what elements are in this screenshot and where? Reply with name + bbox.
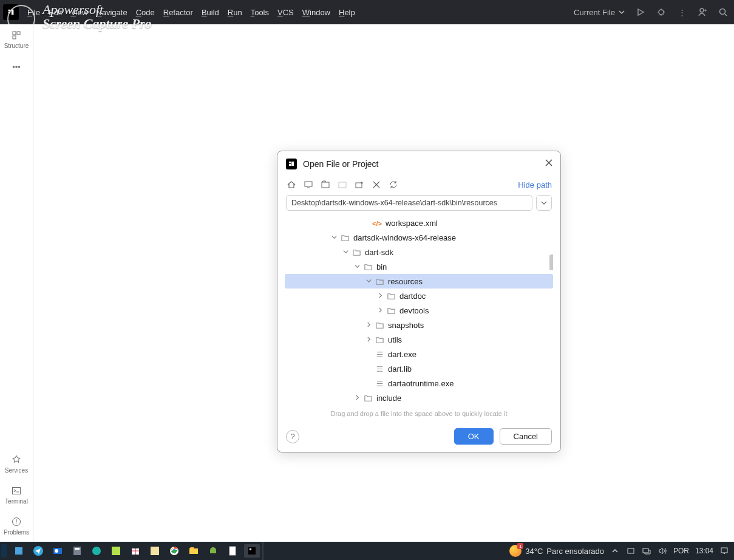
menu-vcs[interactable]: VCS: [277, 8, 294, 17]
terminal-tool[interactable]: Terminal: [5, 480, 28, 511]
debug-icon[interactable]: [656, 7, 666, 17]
menu-file[interactable]: File: [27, 8, 40, 17]
weather-widget[interactable]: 1 34°C Parc ensolarado: [509, 545, 604, 557]
folder-icon: [341, 233, 350, 242]
taskbar-telegram[interactable]: [30, 544, 46, 558]
help-icon[interactable]: ?: [286, 430, 299, 443]
folder-icon: [375, 335, 384, 344]
svg-rect-10: [289, 162, 291, 163]
file-icon: [375, 364, 384, 374]
start-button[interactable]: [1, 544, 7, 558]
delete-icon[interactable]: [371, 179, 382, 190]
search-icon[interactable]: [718, 7, 728, 17]
tray-clock[interactable]: 13:04: [695, 547, 713, 555]
close-icon[interactable]: [545, 159, 553, 169]
menu-run[interactable]: Run: [228, 8, 242, 17]
menu-refactor[interactable]: Refactor: [163, 8, 193, 17]
taskbar-apps: [0, 544, 260, 558]
menu-navigate[interactable]: Navigate: [96, 8, 127, 17]
tray-notifications-icon[interactable]: [719, 546, 729, 556]
menu-help[interactable]: Help: [339, 8, 355, 17]
svg-rect-11: [289, 164, 291, 166]
tree-row-dart-sdk[interactable]: dart-sdk: [285, 245, 553, 259]
services-tool[interactable]: Services: [5, 449, 28, 480]
tree-row-dartdoc[interactable]: dartdoc: [285, 289, 553, 303]
account-icon[interactable]: [698, 7, 707, 17]
taskbar-intellij[interactable]: [244, 544, 260, 558]
menu-edit[interactable]: Edit: [49, 8, 62, 17]
tray-volume-icon[interactable]: [658, 546, 667, 556]
tree-row-dartaotruntime-exe[interactable]: dartaotruntime.exe: [285, 376, 553, 391]
cancel-button[interactable]: Cancel: [500, 428, 552, 445]
tray-network-icon[interactable]: [642, 546, 651, 556]
tree-row-dart-lib[interactable]: dart.lib: [285, 361, 553, 376]
structure-label: Structure: [4, 43, 29, 49]
chevron-down-icon[interactable]: [354, 264, 360, 270]
svg-rect-13: [305, 182, 312, 186]
folder-icon: [375, 321, 384, 330]
chevron-right-icon[interactable]: [365, 336, 372, 343]
taskbar-app-1[interactable]: [11, 544, 27, 558]
tree-row-dart-exe[interactable]: dart.exe: [285, 347, 553, 361]
path-input[interactable]: Desktop\dartsdk-windows-x64-release\dart…: [286, 195, 532, 211]
tree-label: utils: [388, 335, 402, 344]
file-tree[interactable]: </>workspace.xmldartsdk-windows-x64-rele…: [285, 216, 553, 408]
structure-tool[interactable]: Structure: [4, 24, 29, 55]
terminal-label: Terminal: [5, 498, 28, 505]
tree-row-workspace-xml[interactable]: </>workspace.xml: [285, 216, 553, 230]
tree-row-devtools[interactable]: devtools: [285, 303, 553, 318]
hide-path-link[interactable]: Hide path: [518, 180, 552, 190]
tree-label: dartaotruntime.exe: [388, 379, 454, 388]
taskbar-app-misc[interactable]: [147, 544, 163, 558]
taskbar-chrome[interactable]: [166, 544, 182, 558]
scrollbar-thumb[interactable]: [549, 254, 553, 270]
tree-row-include[interactable]: include: [285, 391, 553, 405]
taskbar-explorer[interactable]: [186, 544, 202, 558]
taskbar-edge[interactable]: [89, 544, 104, 558]
refresh-icon[interactable]: [388, 179, 399, 190]
tray-lang[interactable]: POR: [673, 547, 689, 555]
more-icon[interactable]: ⋮: [677, 7, 687, 17]
tree-label: dartdoc: [399, 292, 426, 301]
taskbar-pycharm[interactable]: [108, 544, 124, 558]
chevron-right-icon[interactable]: [354, 395, 360, 401]
chevron-right-icon[interactable]: [377, 307, 383, 314]
rail-more-icon[interactable]: •••: [12, 55, 21, 79]
svg-rect-6: [13, 36, 16, 39]
tree-row-snapshots[interactable]: snapshots: [285, 318, 553, 332]
chevron-down-icon[interactable]: [342, 249, 348, 256]
problems-tool[interactable]: Problems: [4, 511, 29, 542]
menu-build[interactable]: Build: [202, 8, 219, 17]
menu-code[interactable]: Code: [136, 8, 155, 17]
menu-tools[interactable]: Tools: [251, 8, 269, 17]
chevron-right-icon[interactable]: [365, 322, 372, 329]
tree-row-utils[interactable]: utils: [285, 332, 553, 347]
taskbar-calc[interactable]: [69, 544, 85, 558]
tray-onedrive-icon[interactable]: [626, 546, 636, 556]
dialog-app-icon: [286, 159, 297, 169]
taskbar-outlook[interactable]: [50, 544, 66, 558]
weather-desc: Parc ensolarado: [546, 547, 604, 556]
taskbar-notepad[interactable]: [225, 544, 240, 558]
ok-button[interactable]: OK: [454, 428, 494, 445]
svg-rect-24: [112, 547, 120, 555]
tree-row-resources[interactable]: resources: [285, 274, 553, 289]
path-history-dropdown[interactable]: [536, 195, 552, 211]
tree-row-bin[interactable]: bin: [285, 259, 553, 274]
home-icon[interactable]: [286, 179, 297, 190]
menu-view[interactable]: View: [70, 8, 87, 17]
chevron-down-icon[interactable]: [365, 278, 372, 285]
taskbar-android[interactable]: [205, 544, 221, 558]
tree-row-dartsdk-windows-x64-release[interactable]: dartsdk-windows-x64-release: [285, 230, 553, 245]
taskbar-app-gift[interactable]: [127, 544, 143, 558]
chevron-right-icon[interactable]: [377, 293, 383, 299]
menu-window[interactable]: Window: [302, 8, 330, 17]
tray-expand-icon[interactable]: [610, 546, 620, 556]
new-folder-icon[interactable]: [354, 179, 365, 190]
run-config-dropdown[interactable]: Current File: [574, 8, 625, 17]
svg-point-2: [700, 9, 704, 12]
desktop-icon[interactable]: [303, 179, 314, 190]
run-icon[interactable]: [636, 7, 645, 17]
chevron-down-icon[interactable]: [331, 234, 337, 241]
project-icon[interactable]: [320, 179, 331, 190]
